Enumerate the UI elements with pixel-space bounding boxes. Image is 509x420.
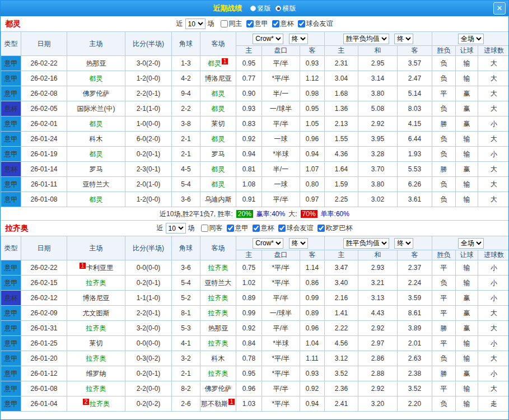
recent-count-select[interactable]: 10 [185, 18, 206, 29]
odds-company-select[interactable]: Crow* [253, 238, 283, 249]
avg-time-select[interactable]: 终 [394, 238, 413, 249]
avg-type-select[interactable]: 胜平负均值 [343, 34, 389, 44]
col-handicap: 让球 [456, 250, 478, 260]
filter-checkbox[interactable]: 欧罗巴杯 [317, 223, 353, 233]
team-name: 拉齐奥 [208, 339, 228, 347]
match-score: 2-2(0-1) [125, 86, 172, 101]
team-name: 卡利亚里 [86, 264, 113, 272]
col-score: 比分(半场) [125, 236, 172, 260]
filter-checkbox[interactable]: 球会友谊 [298, 19, 333, 29]
away-team: 莱切 [200, 116, 236, 132]
layout-radio-vertical[interactable]: 竖版 [250, 4, 271, 13]
checkbox-input[interactable] [253, 225, 260, 232]
league-type: 意杯 [1, 101, 21, 116]
summary-segment: 70% [301, 210, 317, 218]
team-name: 佛罗伦萨 [83, 90, 110, 97]
col-goals: 进球数 [478, 250, 509, 260]
filter-checkbox[interactable]: 意甲 [227, 223, 249, 233]
odds-away: 1.07 [300, 162, 325, 177]
filter-checkbox[interactable]: 意甲 [246, 19, 268, 29]
avg-type-select[interactable]: 胜平负均值 [343, 238, 389, 249]
checkbox-label: 同主 [229, 19, 242, 29]
filter-checkbox[interactable]: 同主 [221, 19, 242, 29]
filter-checkbox[interactable]: 意杯 [272, 19, 294, 29]
team-name: 佛罗伦萨 [205, 385, 232, 393]
scope-select[interactable]: 全场 [458, 34, 484, 44]
filter-checkbox-group: 同客意甲意杯球会友谊欧罗巴杯 [197, 223, 353, 233]
odds-home: 1.02 [236, 276, 262, 291]
avg-away: 3.61 [398, 192, 432, 207]
avg-home: 1.68 [325, 86, 358, 101]
radio-icon[interactable] [275, 6, 281, 11]
checkbox-label: 球会友谊 [287, 223, 314, 233]
goals-result: 小 [478, 366, 509, 381]
avg-home: 2.22 [325, 321, 358, 336]
odds-time-select[interactable]: 终 [289, 238, 308, 249]
result-wdl: 负 [432, 276, 456, 291]
result-wdl: 负 [432, 351, 456, 366]
odds-home: 0.95 [236, 56, 262, 71]
red-card-badge: 1 [228, 399, 235, 405]
avg-home: 2.36 [325, 381, 358, 396]
handicap-result: 赢 [456, 306, 478, 321]
match-date: 26-01-08 [21, 381, 67, 396]
checkbox-input[interactable] [272, 20, 279, 27]
close-icon[interactable]: ✕ [493, 2, 506, 15]
avg-home: 1.55 [325, 132, 358, 147]
goals-result: 大 [478, 162, 509, 177]
avg-home: 3.40 [325, 276, 358, 291]
avg-home: 2.16 [325, 291, 358, 306]
avg-away: 5.14 [398, 86, 432, 101]
summary-segment: 20% [236, 210, 253, 218]
goals-result: 大 [478, 56, 509, 71]
match-row: 意甲 26-02-09 尤文图斯 2-2(0-1) 8-1 拉齐奥 0.99 一… [1, 306, 509, 321]
red-card-badge: 1 [222, 58, 228, 64]
checkbox-input[interactable] [227, 225, 234, 232]
home-team: 都灵 [67, 147, 125, 162]
radio-icon[interactable] [250, 6, 256, 11]
filter-checkbox[interactable]: 同客 [201, 223, 223, 233]
match-score: 0-0(0-0) [125, 336, 172, 351]
result-wdl: 负 [432, 71, 456, 86]
match-score: 0-0(0-0) [125, 260, 172, 276]
col-avg-home: 主 [325, 46, 358, 56]
layout-radio-horizontal[interactable]: 横版 [275, 4, 296, 13]
avg-draw: 4.43 [358, 306, 398, 321]
corners: 4-5 [172, 162, 200, 177]
checkbox-label: 球会友谊 [306, 19, 333, 29]
filter-checkbox[interactable]: 球会友谊 [278, 223, 314, 233]
avg-draw: 3.14 [358, 71, 398, 86]
team-name: 都灵 [212, 135, 225, 143]
radio-label: 竖版 [258, 4, 271, 13]
recent-count-select[interactable]: 10 [166, 223, 186, 234]
match-row: 意甲 26-02-08 佛罗伦萨 2-2(0-1) 9-4 都灵 0.90 半/… [1, 86, 509, 101]
match-score: 2-2(0-1) [125, 306, 172, 321]
col-odds-away: 客 [300, 250, 325, 260]
matches-tbody: 意甲 26-02-22 热那亚 3-0(2-0) 1-3 都灵1 0.95 平/… [1, 56, 509, 207]
avg-away: 2.20 [398, 396, 432, 412]
odds-company-select[interactable]: Crow* [253, 34, 283, 44]
scope-select[interactable]: 全场 [458, 238, 484, 249]
match-date: 26-02-15 [21, 276, 67, 291]
checkbox-input[interactable] [246, 20, 254, 27]
odds-time-select[interactable]: 终 [289, 34, 308, 44]
avg-time-select[interactable]: 终 [394, 34, 413, 44]
team-name: 拉齐奥 [208, 264, 228, 272]
away-team: 佛罗伦萨 [200, 381, 236, 396]
away-team: 博洛尼亚 [200, 71, 236, 86]
checkbox-input[interactable] [221, 20, 228, 27]
match-score: 0-2(0-1) [125, 276, 172, 291]
team-name: 热那亚 [208, 324, 228, 332]
radio-label: 横版 [283, 4, 296, 13]
match-date: 26-01-25 [21, 336, 67, 351]
filter-checkbox[interactable]: 意杯 [253, 223, 274, 233]
checkbox-input[interactable] [201, 225, 208, 232]
checkbox-input[interactable] [298, 20, 305, 27]
home-team: 都灵 [67, 71, 125, 86]
summary-segment: 近10场,胜2平1负7, 胜率: [160, 210, 233, 218]
checkbox-input[interactable] [278, 225, 286, 232]
avg-home: 2.25 [325, 192, 358, 207]
result-wdl: 负 [432, 56, 456, 71]
checkbox-input[interactable] [317, 225, 325, 232]
result-wdl: 负 [432, 101, 456, 116]
